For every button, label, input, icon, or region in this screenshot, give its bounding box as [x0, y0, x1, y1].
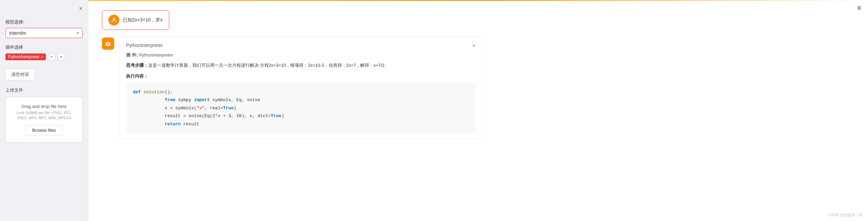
upload-section: 上传文件 Drag and drop file here Limit 200MB… [5, 87, 83, 143]
user-message-bubble: 已知2x+3=10，求x [102, 10, 169, 30]
plugin-controls: ✕ ▾ [48, 53, 65, 61]
main-content: ≡ 已知2x+3=10，求x [88, 0, 868, 221]
svg-rect-1 [106, 43, 110, 46]
code-line-4: result = solve(Eq(2*x + 3, 10), x, dict=… [133, 112, 469, 120]
plugin-info-value: PythonInterpreter [139, 52, 173, 58]
code-line-2: from sympy import symbols, Eq, solve [133, 96, 469, 104]
user-avatar [108, 15, 119, 26]
svg-point-6 [108, 41, 109, 42]
svg-rect-3 [108, 43, 109, 44]
plugin-clear-button[interactable]: ✕ [48, 53, 55, 61]
plugin-tags-container: PythonInterpreter × ✕ ▾ [5, 53, 83, 61]
gradient-bar [88, 0, 868, 1]
user-message-text: 已知2x+3=10，求x [123, 17, 163, 23]
hamburger-menu-button[interactable]: ≡ [857, 4, 861, 12]
thinking-text: 这是一道数学计算题，我们可以用一元一次方程进行解决:方程2x+3=10，移项得：… [148, 63, 386, 68]
assistant-content: PythonInterpreter ∧ 插 件:PythonInterprete… [119, 37, 483, 139]
model-select-value: internlm [9, 30, 77, 36]
thinking-label: 思考步骤： [126, 63, 148, 68]
svg-rect-2 [107, 43, 108, 44]
upload-title: Drag and drop file here [11, 104, 77, 109]
sidebar: × 模型选择: internlm ▾ 插件选择 PythonInterprete… [0, 0, 88, 221]
exec-label: 执行内容： [126, 73, 475, 79]
app-container: × 模型选择: internlm ▾ 插件选择 PythonInterprete… [0, 0, 868, 221]
model-select[interactable]: internlm ▾ [5, 28, 83, 38]
user-icon [111, 17, 117, 23]
upload-dropzone[interactable]: Drag and drop file here Limit 200MB per … [5, 97, 83, 143]
svg-point-0 [113, 18, 115, 20]
clear-chat-button[interactable]: 清空对话 [5, 69, 35, 80]
close-button[interactable]: × [79, 5, 83, 12]
plugin-tag-label: PythonInterpreter [8, 54, 40, 59]
upload-hint: Limit 200MB per file • PNG, JPG, JPEG, M… [11, 110, 77, 121]
plugin-info-row: 插 件:PythonInterpreter [126, 52, 475, 58]
upload-section-label: 上传文件 [5, 87, 83, 93]
assistant-header: PythonInterpreter ∧ [126, 43, 475, 48]
plugin-section-label: 插件选择 [5, 44, 83, 50]
model-section-label: 模型选择: [5, 19, 83, 25]
browse-files-button[interactable]: Browse files [25, 125, 62, 136]
watermark: CSDN @怡饭第一名 [829, 212, 863, 218]
plugin-tag-remove-icon[interactable]: × [41, 55, 43, 59]
code-block: def solution(): from sympy import symbol… [126, 83, 475, 133]
assistant-plugin-name: PythonInterpreter [126, 43, 163, 48]
plugin-info-label: 插 件: [126, 52, 138, 58]
user-message-container: 已知2x+3=10，求x [102, 10, 483, 30]
code-line-5: return result [133, 120, 469, 128]
code-line-1: def solution(): [133, 88, 469, 96]
chat-area: 已知2x+3=10，求x Pytho [88, 0, 496, 221]
chevron-down-icon: ▾ [77, 31, 79, 35]
plugin-dropdown-button[interactable]: ▾ [57, 53, 65, 61]
robot-icon [105, 40, 111, 47]
collapse-button[interactable]: ∧ [472, 43, 475, 48]
assistant-container: PythonInterpreter ∧ 插 件:PythonInterprete… [102, 37, 483, 139]
assistant-avatar [102, 37, 114, 50]
code-line-3: x = symbols("x", real=True) [133, 104, 469, 112]
svg-rect-4 [107, 45, 109, 45]
thinking-row: 思考步骤：这是一道数学计算题，我们可以用一元一次方程进行解决:方程2x+3=10… [126, 62, 475, 69]
plugin-tag-python[interactable]: PythonInterpreter × [5, 53, 46, 60]
